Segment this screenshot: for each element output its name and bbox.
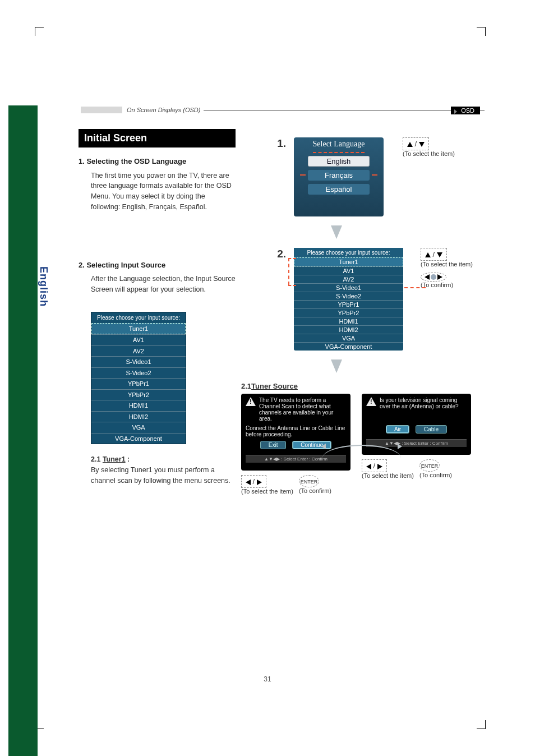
- crop-mark: [477, 27, 486, 36]
- input-source-item[interactable]: S-Video1: [294, 283, 403, 292]
- signal-type-text: Is your television signal coming over th…: [380, 397, 467, 409]
- section-1-heading: 1. Selecting the OSD Language: [79, 156, 236, 167]
- section-2-1-heading: 2.1 Tuner Source: [241, 382, 298, 390]
- input-source-list-big: Please choose your input source: Tuner1 …: [294, 248, 403, 351]
- header: On Screen Displays (OSD): [81, 107, 485, 113]
- input-source-item: VGA-Component: [91, 433, 186, 444]
- select-language-title: Select Language: [299, 140, 378, 151]
- step-number-2: 2.: [277, 248, 286, 260]
- section-1-body: The first time you power on the TV, ther…: [91, 170, 236, 213]
- input-source-item: AV2: [91, 345, 186, 357]
- dialog-footer: ▲▼◀▶ : Select Enter : Confirm: [366, 439, 467, 447]
- step-number-1: 1.: [277, 137, 286, 149]
- nav-enter-key-icon: [421, 273, 446, 282]
- left-column: 1. Selecting the OSD Language The first …: [79, 156, 236, 486]
- header-accent: [81, 107, 122, 113]
- up-down-key-icon: /: [403, 137, 429, 150]
- arrow-down-icon: [331, 225, 342, 239]
- crop-mark: [477, 720, 486, 729]
- input-source-item[interactable]: YPbPr2: [294, 308, 403, 317]
- tuner1-label: 2.1 Tuner1 :: [91, 455, 130, 463]
- language-tab: English: [38, 266, 49, 307]
- breadcrumb: On Screen Displays (OSD): [127, 107, 200, 113]
- input-source-item: AV1: [91, 334, 186, 345]
- sidebar-green: [8, 105, 38, 756]
- page-title: Initial Screen: [79, 129, 236, 147]
- input-source-item: YPbPr1: [91, 378, 186, 389]
- key-hint-confirm: (To confirm): [421, 282, 482, 289]
- lang-option-english[interactable]: English: [308, 156, 370, 167]
- input-source-item[interactable]: VGA: [294, 334, 403, 342]
- input-source-item: VGA: [91, 422, 186, 433]
- channel-scan-text: The TV needs to perform a Channel Scan t…: [259, 397, 346, 422]
- input-source-item[interactable]: Tuner1: [294, 257, 403, 266]
- input-source-item[interactable]: YPbPr1: [294, 300, 403, 308]
- right-column: 1. Select Language English Français Espa…: [241, 137, 482, 512]
- input-source-item[interactable]: AV1: [294, 266, 403, 275]
- input-source-item[interactable]: HDMI1: [294, 317, 403, 325]
- input-source-item[interactable]: VGA-Component: [294, 342, 403, 351]
- input-source-item[interactable]: HDMI2: [294, 325, 403, 334]
- input-source-list-header: Please choose your input source:: [91, 312, 186, 323]
- key-hint-select: (To select the item): [421, 261, 482, 268]
- cable-button[interactable]: Cable: [416, 425, 447, 434]
- input-source-item[interactable]: AV2: [294, 275, 403, 283]
- header-rule: [204, 110, 485, 110]
- input-source-item: S-Video1: [91, 356, 186, 367]
- input-source-list-header: Please choose your input source:: [294, 248, 403, 257]
- channel-scan-text2: Connect the Antenna Line or Cable Line b…: [246, 425, 346, 437]
- input-source-list-small: Please choose your input source: Tuner1 …: [91, 312, 186, 445]
- lang-option-francais[interactable]: Français: [308, 170, 370, 181]
- air-button[interactable]: Air: [386, 425, 409, 434]
- left-right-key-icon: /: [362, 459, 387, 472]
- section-2-body: After the Language selection, the Input …: [91, 274, 236, 295]
- enter-key-icon: ENTER: [419, 459, 440, 472]
- exit-button[interactable]: Exit: [260, 441, 287, 449]
- warning-icon: [246, 397, 256, 406]
- key-hint-confirm: (To confirm): [419, 472, 452, 479]
- input-source-item: YPbPr2: [91, 389, 186, 400]
- section-2-heading: 2. Selecting Input Source: [79, 260, 236, 271]
- left-right-key-icon: /: [241, 475, 266, 488]
- input-source-item: HDMI2: [91, 411, 186, 422]
- key-hint-select: (To select the item): [403, 150, 455, 158]
- up-down-key-icon: /: [421, 248, 447, 261]
- input-source-item: HDMI1: [91, 400, 186, 411]
- crop-mark: [35, 27, 44, 36]
- page-number: 31: [264, 675, 271, 683]
- input-source-item: S-Video2: [91, 367, 186, 379]
- select-language-panel: Select Language English Français Español: [294, 137, 384, 216]
- arrow-down-icon: [331, 359, 342, 373]
- input-source-item: Tuner1: [91, 323, 186, 335]
- key-hint-select: (To select the item): [362, 472, 414, 480]
- input-source-item[interactable]: S-Video2: [294, 292, 403, 300]
- enter-key-icon: ENTER: [299, 475, 319, 487]
- key-hint-confirm: (To confirm): [299, 487, 331, 495]
- lang-option-espanol[interactable]: Español: [308, 184, 370, 195]
- osd-chip: OSD: [451, 107, 480, 114]
- tuner1-body: By selecting Tuner1 you must perform a c…: [91, 465, 236, 486]
- key-hint-select: (To select the item): [241, 488, 293, 495]
- channel-scan-dialog: The TV needs to perform a Channel Scan t…: [241, 394, 350, 471]
- warning-icon: [366, 397, 376, 406]
